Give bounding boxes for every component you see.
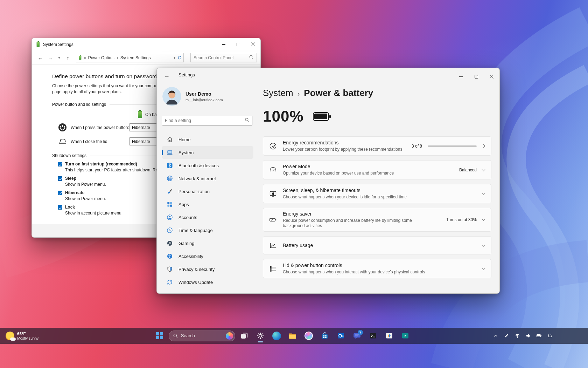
sidebar-item-personalization[interactable]: Personalization: [162, 185, 253, 198]
user-account[interactable]: User Demo m__lab@outlook.com: [162, 85, 258, 108]
breadcrumb-power-options[interactable]: Power Optio...: [88, 55, 115, 60]
card-lid-power-controls[interactable]: Lid & power button controls Choose what …: [263, 259, 491, 278]
control-panel-search[interactable]: [190, 53, 257, 62]
recent-pages-chevron-icon[interactable]: ▾: [57, 56, 61, 60]
chevron-down-icon: [482, 266, 485, 270]
widgets-weather-button[interactable]: 65°F Mostly sunny: [3, 328, 41, 344]
maximize-icon: [475, 75, 478, 79]
section-label: Power button and lid settings: [52, 102, 106, 107]
lock-checkbox[interactable]: [58, 205, 62, 210]
back-button[interactable]: ←: [162, 71, 172, 80]
card-desc: Reduce power consumption and increase ba…: [283, 218, 433, 229]
chevron-right-icon: [482, 144, 485, 148]
terminal-button[interactable]: [366, 329, 380, 343]
address-bar[interactable]: « Power Optio... › System Settings ▾: [76, 53, 184, 62]
outlook-button[interactable]: [334, 329, 348, 343]
card-screen-sleep-timeouts[interactable]: Screen, sleep, & hibernate timeouts Choo…: [263, 184, 491, 203]
sidebar-item-apps[interactable]: Apps: [162, 198, 253, 211]
task-view-button[interactable]: [237, 329, 251, 343]
battery-tray-button[interactable]: [534, 330, 544, 341]
pen-tray-button[interactable]: [502, 330, 511, 341]
paintbrush-icon: [166, 188, 173, 195]
window-title: System Settings: [43, 42, 74, 47]
network-tray-button[interactable]: [512, 330, 522, 341]
settings-app-button[interactable]: [253, 329, 267, 343]
clock-icon: [166, 227, 173, 234]
sidebar-item-home[interactable]: Home: [162, 133, 253, 146]
sidebar-item-bluetooth-devices[interactable]: Bluetooth & devices: [162, 159, 253, 172]
person-icon: [166, 214, 173, 221]
forward-button[interactable]: →: [47, 55, 54, 61]
maximize-button[interactable]: [231, 39, 246, 50]
sleep-checkbox[interactable]: [58, 176, 62, 181]
sidebar-item-system[interactable]: System: [162, 146, 253, 159]
bluetooth-icon: [166, 162, 173, 169]
sidebar-item-accessibility[interactable]: Accessibility: [162, 250, 253, 263]
chevron-down-icon: [482, 218, 485, 221]
settings-titlebar: ← Settings: [157, 68, 499, 83]
media-player-button[interactable]: [398, 329, 412, 343]
taskbar-search[interactable]: Search: [169, 330, 235, 341]
chevron-up-icon: [493, 333, 498, 339]
sidebar-item-time-language[interactable]: Time & language: [162, 224, 253, 237]
sidebar-item-network-internet[interactable]: Network & internet: [162, 172, 253, 185]
chevron-down-icon: [482, 168, 485, 171]
power-options-icon: [79, 56, 82, 60]
back-button[interactable]: ←: [37, 55, 44, 61]
copilot-button[interactable]: [302, 329, 316, 343]
find-setting-input[interactable]: [165, 118, 243, 123]
xbox-icon: [166, 240, 173, 247]
screen-timeouts-icon: [269, 190, 277, 198]
photos-button[interactable]: [382, 329, 396, 343]
file-explorer-button[interactable]: [286, 329, 300, 343]
close-button[interactable]: [484, 71, 499, 83]
card-title: Battery usage: [283, 243, 313, 248]
minimize-icon: [222, 44, 225, 45]
search-input[interactable]: [194, 55, 247, 60]
card-desc: Choose what happens when you interact wi…: [283, 270, 425, 275]
settings-window: ← Settings User Demo m__lab@outlook.com: [156, 68, 500, 294]
teams-button[interactable]: 7: [350, 329, 364, 343]
search-icon: [249, 55, 254, 61]
hidden-icons-button[interactable]: [491, 330, 500, 341]
address-dropdown-icon[interactable]: ▾: [174, 56, 175, 60]
sidebar-item-accounts[interactable]: Accounts: [162, 211, 253, 224]
start-button[interactable]: [153, 329, 167, 343]
lid-label: When I close the lid:: [71, 139, 129, 144]
breadcrumb-system-settings[interactable]: System Settings: [120, 55, 151, 60]
maximize-button[interactable]: [469, 71, 484, 83]
sidebar-item-windows-update[interactable]: Windows Update: [162, 276, 253, 288]
energy-saver-value: Turns on at 30%: [446, 217, 477, 222]
power-options-icon: [37, 42, 40, 47]
fast-startup-checkbox[interactable]: [58, 162, 62, 166]
refresh-button[interactable]: [177, 55, 182, 60]
card-energy-saver[interactable]: Energy saver Reduce power consumption an…: [263, 208, 491, 232]
search-highlight-icon: [226, 332, 233, 340]
battery-percent: 100%: [263, 108, 304, 125]
settings-search[interactable]: [162, 116, 253, 125]
lid-power-controls-icon: [269, 265, 277, 273]
up-button[interactable]: ↑: [64, 55, 71, 61]
card-title: Screen, sleep, & hibernate timeouts: [283, 188, 407, 193]
windows-logo-icon: [156, 332, 163, 339]
breadcrumb-system[interactable]: System: [263, 88, 293, 98]
hibernate-checkbox[interactable]: [58, 191, 62, 195]
sidebar-item-label: Accounts: [178, 215, 197, 220]
microsoft-store-button[interactable]: [318, 329, 332, 343]
sidebar-item-gaming[interactable]: Gaming: [162, 237, 253, 250]
card-energy-recommendations[interactable]: Energy recommendations Lower your carbon…: [263, 136, 491, 156]
breadcrumb-overflow[interactable]: «: [84, 55, 86, 60]
taskbar-center: Search: [153, 329, 412, 343]
taskbar: 65°F Mostly sunny Search: [0, 328, 588, 344]
close-button[interactable]: [246, 39, 260, 50]
card-battery-usage[interactable]: Battery usage: [263, 236, 491, 254]
notifications-button[interactable]: [545, 330, 554, 341]
volume-tray-button[interactable]: [523, 330, 533, 341]
minimize-button[interactable]: [216, 39, 231, 50]
edge-button[interactable]: [270, 329, 284, 343]
card-power-mode[interactable]: Power Mode Optimize your device based on…: [263, 160, 491, 179]
settings-sidebar: User Demo m__lab@outlook.com Home System: [162, 85, 258, 293]
minimize-button[interactable]: [453, 71, 469, 83]
sidebar-item-privacy-security[interactable]: Privacy & security: [162, 263, 253, 275]
settings-main: System › Power & battery 100% Energy rec…: [263, 85, 491, 293]
